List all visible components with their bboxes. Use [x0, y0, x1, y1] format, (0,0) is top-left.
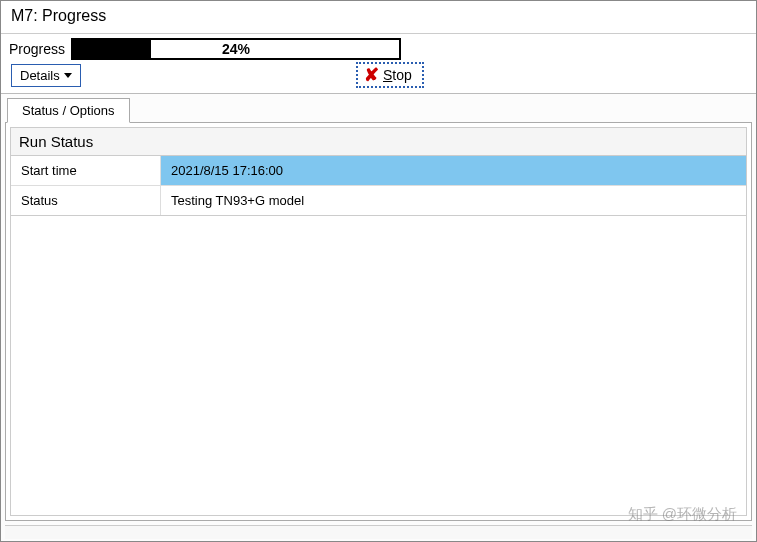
tab-strip: Status / Options [1, 98, 756, 122]
table-row[interactable]: Start time2021/8/15 17:16:00 [11, 156, 746, 186]
blank-area [10, 216, 747, 516]
window-title: M7: Progress [1, 1, 756, 34]
tab-status-options[interactable]: Status / Options [7, 98, 130, 123]
close-x-icon: ✘ [364, 66, 379, 84]
tab-area: Status / Options Run Status Start time20… [1, 93, 756, 541]
stop-button-label: Stop [383, 67, 412, 83]
run-status-table: Start time2021/8/15 17:16:00StatusTestin… [10, 156, 747, 216]
progress-window: M7: Progress Progress 24% Details ✘ Stop… [0, 0, 757, 542]
progress-label: Progress [9, 41, 65, 57]
row-value: 2021/8/15 17:16:00 [161, 156, 746, 185]
tab-content: Run Status Start time2021/8/15 17:16:00S… [5, 122, 752, 521]
progress-bar: 24% [71, 38, 401, 60]
table-row[interactable]: StatusTesting TN93+G model [11, 186, 746, 215]
bottom-status-strip [5, 525, 752, 539]
row-key: Status [11, 186, 161, 215]
caret-down-icon [64, 73, 72, 78]
progress-percent-text: 24% [73, 40, 399, 58]
controls-row: Details ✘ Stop [1, 62, 756, 93]
progress-row: Progress 24% [1, 34, 756, 62]
details-button[interactable]: Details [11, 64, 81, 87]
row-value: Testing TN93+G model [161, 186, 746, 215]
stop-button[interactable]: ✘ Stop [356, 62, 424, 88]
row-key: Start time [11, 156, 161, 185]
run-status-header: Run Status [10, 127, 747, 156]
details-button-label: Details [20, 68, 60, 83]
